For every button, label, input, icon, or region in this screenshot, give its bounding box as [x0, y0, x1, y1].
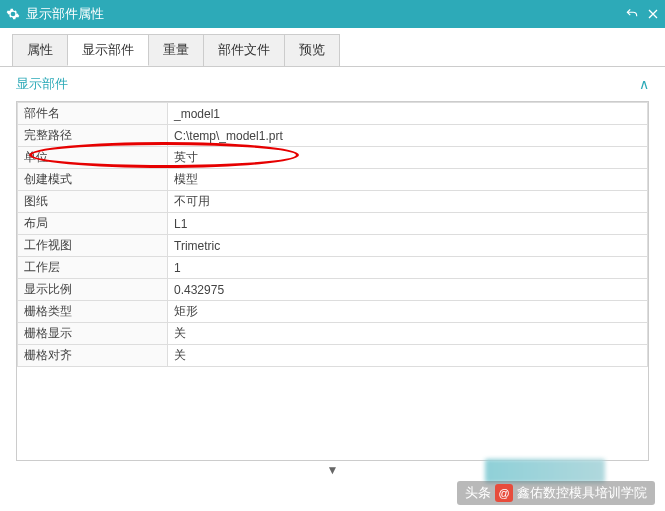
section-title: 显示部件: [16, 75, 68, 93]
value-gridtype[interactable]: 矩形: [168, 301, 648, 323]
value-unit[interactable]: 英寸: [168, 147, 648, 169]
section-header: 显示部件 ∧: [0, 67, 665, 101]
dialog-buttons-blurred[interactable]: [485, 459, 605, 483]
value-gridalign[interactable]: 关: [168, 345, 648, 367]
label-layer: 工作层: [18, 257, 168, 279]
table-row: 单位英寸: [18, 147, 648, 169]
chevron-up-icon[interactable]: ∧: [639, 76, 649, 92]
value-path[interactable]: C:\temp\_model1.prt: [168, 125, 648, 147]
undo-icon[interactable]: [625, 7, 639, 21]
label-path: 完整路径: [18, 125, 168, 147]
property-panel: 部件名_model1 完整路径C:\temp\_model1.prt 单位英寸 …: [16, 101, 649, 461]
watermark-name: 鑫佑数控模具培训学院: [517, 484, 647, 502]
value-view[interactable]: Trimetric: [168, 235, 648, 257]
table-row: 栅格对齐关: [18, 345, 648, 367]
value-layout[interactable]: L1: [168, 213, 648, 235]
table-row: 工作层1: [18, 257, 648, 279]
table-row: 显示比例0.432975: [18, 279, 648, 301]
label-unit: 单位: [18, 147, 168, 169]
table-row: 图纸不可用: [18, 191, 648, 213]
table-row: 工作视图Trimetric: [18, 235, 648, 257]
value-scale[interactable]: 0.432975: [168, 279, 648, 301]
watermark-icon: @: [495, 484, 513, 502]
value-gridshow[interactable]: 关: [168, 323, 648, 345]
label-view: 工作视图: [18, 235, 168, 257]
tab-weight[interactable]: 重量: [148, 34, 204, 66]
window-title: 显示部件属性: [26, 5, 104, 23]
table-row: 栅格类型矩形: [18, 301, 648, 323]
tab-properties[interactable]: 属性: [12, 34, 68, 66]
label-layout: 布局: [18, 213, 168, 235]
value-drawing[interactable]: 不可用: [168, 191, 648, 213]
label-drawing: 图纸: [18, 191, 168, 213]
table-row: 栅格显示关: [18, 323, 648, 345]
close-icon[interactable]: [647, 8, 659, 20]
label-gridshow: 栅格显示: [18, 323, 168, 345]
tab-bar: 属性 显示部件 重量 部件文件 预览: [0, 28, 665, 67]
value-layer[interactable]: 1: [168, 257, 648, 279]
property-table: 部件名_model1 完整路径C:\temp\_model1.prt 单位英寸 …: [17, 102, 648, 367]
title-bar: 显示部件属性: [0, 0, 665, 28]
tab-part-file[interactable]: 部件文件: [203, 34, 285, 66]
table-row: 完整路径C:\temp\_model1.prt: [18, 125, 648, 147]
value-mode[interactable]: 模型: [168, 169, 648, 191]
table-row: 布局L1: [18, 213, 648, 235]
label-gridtype: 栅格类型: [18, 301, 168, 323]
watermark-prefix: 头条: [465, 484, 491, 502]
label-scale: 显示比例: [18, 279, 168, 301]
value-name[interactable]: _model1: [168, 103, 648, 125]
label-gridalign: 栅格对齐: [18, 345, 168, 367]
label-mode: 创建模式: [18, 169, 168, 191]
table-row: 部件名_model1: [18, 103, 648, 125]
table-row: 创建模式模型: [18, 169, 648, 191]
tab-preview[interactable]: 预览: [284, 34, 340, 66]
watermark: 头条 @ 鑫佑数控模具培训学院: [457, 481, 655, 505]
gear-icon: [6, 7, 20, 21]
tab-display-part[interactable]: 显示部件: [67, 34, 149, 66]
label-name: 部件名: [18, 103, 168, 125]
